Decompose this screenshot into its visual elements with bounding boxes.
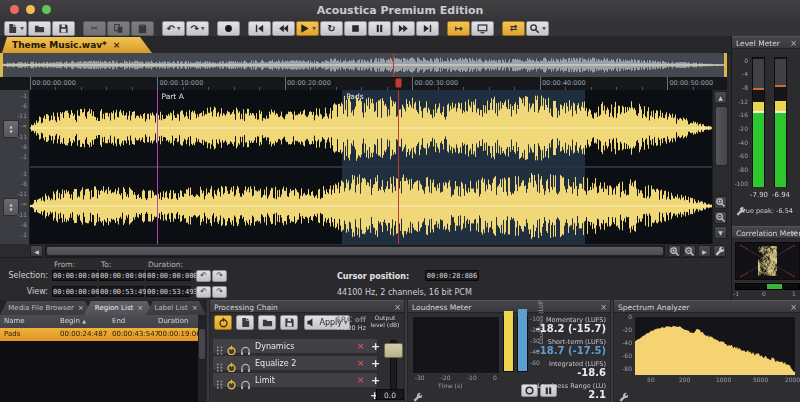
overview-start-marker[interactable] — [0, 53, 3, 77]
scroll-up-button[interactable]: ▲ — [714, 91, 727, 104]
column-header-name[interactable]: Name — [4, 315, 25, 328]
chain-item-equalize-2[interactable]: Equalize 2×+ — [212, 355, 378, 371]
chain-item-limit[interactable]: Limit×+ — [212, 372, 378, 388]
stop-icon — [350, 23, 361, 34]
view-field-0[interactable]: 00:00:00:000 — [52, 286, 97, 297]
paste-button[interactable] — [131, 21, 154, 36]
channel-2-waveform[interactable] — [30, 168, 712, 244]
remove-effect-icon[interactable]: × — [357, 356, 365, 371]
chain-new-button[interactable] — [236, 315, 254, 330]
vertical-zoom-out-button[interactable] — [714, 211, 727, 224]
follow-playhead-button[interactable]: ↦ — [447, 21, 470, 36]
output-level-value[interactable]: 0.0 — [376, 389, 404, 400]
level-meter-close-icon[interactable]: × — [790, 37, 797, 50]
pause-button[interactable] — [368, 21, 391, 36]
view-field-2[interactable]: 00:00:53:493 — [146, 286, 191, 297]
chain-item-dynamics[interactable]: Dynamics×+ — [212, 338, 378, 354]
add-effect-icon[interactable]: + — [371, 356, 380, 371]
remove-effect-icon[interactable]: × — [357, 373, 365, 388]
undo-button[interactable]: ↶▼ — [162, 21, 185, 36]
headphones-icon[interactable] — [240, 375, 251, 394]
processing-chain-close-icon[interactable]: × — [394, 301, 401, 314]
effect-power-icon[interactable] — [226, 375, 237, 394]
open-file-button[interactable] — [28, 21, 51, 36]
file-icon — [7, 23, 18, 34]
vertical-scrollbar[interactable]: ▲ ▼ — [712, 90, 727, 244]
scroll-left-button[interactable]: ◀ — [30, 245, 43, 257]
waveform-area[interactable]: Part A Pads — [30, 90, 712, 244]
horizontal-zoom-in-button[interactable] — [668, 245, 681, 257]
horizontal-scroll-track[interactable] — [45, 245, 665, 257]
marker-line-part-a[interactable] — [157, 90, 158, 244]
horizontal-zoom-out-button[interactable] — [683, 245, 696, 257]
overview-end-marker[interactable] — [724, 53, 727, 77]
spectrum-settings-wrench-icon[interactable] — [618, 388, 629, 399]
new-file-button[interactable]: ▼ — [4, 21, 27, 36]
selection-field-0[interactable]: 00:00:00:000 — [52, 270, 97, 281]
cursor-position-field[interactable]: 00:00:28:886 — [425, 270, 479, 281]
loop-selection-button[interactable]: ⇄ — [502, 21, 525, 36]
chain-power-button[interactable] — [214, 315, 232, 330]
region-table-scroll-thumb[interactable] — [199, 329, 205, 359]
scroll-right-button[interactable]: ▶ — [698, 245, 711, 257]
column-header-end[interactable]: End — [112, 315, 125, 328]
editor-settings-wrench-icon[interactable] — [713, 245, 726, 257]
playback-cursor-pin[interactable] — [395, 78, 402, 88]
remove-effect-icon[interactable]: × — [357, 339, 365, 354]
go-to-end-button[interactable] — [416, 21, 439, 36]
horizontal-scrollbar[interactable]: ◀ ▶ — [0, 244, 727, 258]
go-to-start-button[interactable] — [248, 21, 271, 36]
overview-waveform[interactable] — [0, 53, 727, 78]
scroll-down-button[interactable]: ▼ — [714, 226, 727, 239]
horizontal-scroll-thumb[interactable] — [47, 247, 663, 255]
column-header-begin[interactable]: Begin ▲ — [60, 315, 86, 328]
copy-button[interactable] — [107, 21, 130, 36]
selection-undo-button[interactable]: ↶ — [196, 270, 211, 282]
cut-button[interactable]: ✂ — [83, 21, 106, 36]
region-table-header[interactable]: NameBegin ▲EndDuration — [0, 315, 198, 329]
play-button[interactable]: ▼ — [296, 21, 319, 36]
chain-save-button[interactable] — [280, 315, 298, 330]
vertical-zoom-in-button[interactable] — [714, 196, 727, 209]
channel-divider[interactable] — [30, 166, 712, 168]
fast-forward-button[interactable] — [392, 21, 415, 36]
add-effect-icon[interactable]: + — [371, 339, 380, 354]
document-tab-close-icon[interactable]: × — [113, 40, 121, 50]
browser-tab-label-list[interactable]: Label List× — [146, 301, 206, 315]
channel-1-waveform[interactable] — [30, 90, 712, 166]
document-tab[interactable]: Theme Music.wav* × — [2, 37, 152, 53]
stop-button[interactable] — [344, 21, 367, 36]
tab-close-icon[interactable]: × — [137, 304, 143, 312]
view-field-1[interactable]: 00:00:53:493 — [99, 286, 144, 297]
loudness-meter-close-icon[interactable]: × — [600, 301, 607, 314]
loop-playback-button[interactable]: ↻ — [320, 21, 343, 36]
drag-handle-icon[interactable] — [215, 375, 226, 394]
column-header-duration[interactable]: Duration — [158, 315, 188, 328]
browser-tab-media-file-browser[interactable]: Media File Browser× — [0, 301, 92, 315]
zoom-tool-button[interactable]: ▼ — [526, 21, 549, 36]
speaker-icon — [306, 313, 317, 332]
add-effect-icon[interactable]: + — [371, 373, 380, 388]
timeline-ruler[interactable]: 00:00:00:00000:00:10:00000:00:20:00000:0… — [0, 77, 727, 91]
region-table-scrollbar[interactable] — [198, 315, 206, 402]
monitor-button[interactable] — [471, 21, 494, 36]
record-button[interactable] — [217, 21, 240, 36]
loudness-settings-wrench-icon[interactable] — [412, 388, 423, 399]
selection-field-2[interactable]: 00:00:00:000 — [146, 270, 191, 281]
tab-close-icon[interactable]: × — [192, 304, 198, 312]
rewind-button[interactable] — [272, 21, 295, 36]
selection-field-1[interactable]: 00:00:00:000 — [99, 270, 144, 281]
selection-redo-button[interactable]: ↷ — [212, 270, 227, 282]
browser-tab-region-list[interactable]: Region List× — [84, 301, 154, 315]
save-file-button[interactable] — [52, 21, 75, 36]
vertical-scroll-thumb[interactable] — [715, 106, 728, 166]
chain-open-button[interactable] — [258, 315, 276, 330]
tab-close-icon[interactable]: × — [78, 304, 84, 312]
spectrum-analyzer-close-icon[interactable]: × — [790, 301, 797, 314]
table-row[interactable]: Pads00:00:24:48700:00:43:54700:00:19:060 — [0, 328, 198, 341]
redo-button[interactable]: ↷▼ — [186, 21, 209, 36]
output-fader-handle[interactable] — [384, 343, 403, 358]
view-redo-button[interactable]: ↷ — [212, 286, 227, 298]
view-undo-button[interactable]: ↶ — [196, 286, 211, 298]
correlation-meter-close-icon[interactable]: × — [790, 227, 797, 240]
